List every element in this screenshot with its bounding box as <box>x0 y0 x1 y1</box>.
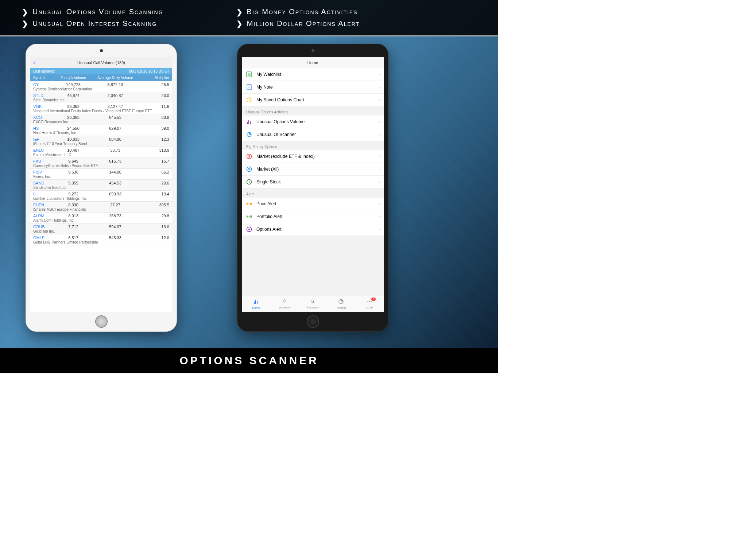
chevron-right-icon: ❯ <box>22 19 29 28</box>
table-row[interactable]: CY149,7235,872.1325.5Cypress Semiconduct… <box>30 81 172 92</box>
menu-item[interactable]: Portfolio Alert› <box>242 210 384 223</box>
section-header: Unusual Options Activities <box>242 106 384 116</box>
today-volume: 24,550 <box>55 126 92 131</box>
bottom-banner: OPTIONS SCANNER <box>0 348 498 373</box>
home-button[interactable] <box>95 315 108 328</box>
menu-groups: My Watchlist›My Note›My Saved Options Ch… <box>242 68 384 236</box>
avg-volume: 27.27 <box>92 203 139 207</box>
bulb-icon <box>282 299 287 305</box>
menu-item[interactable]: iSingle Stock› <box>242 176 384 188</box>
tab-portfolio[interactable]: Portfolio <box>327 296 355 312</box>
avg-volume: 884.00 <box>92 137 139 141</box>
menu-label: My Saved Options Chart <box>256 97 304 102</box>
menu-label: Portfolio Alert <box>256 214 282 219</box>
multiplier: 23.0 <box>139 93 169 98</box>
menu-item[interactable]: Options Alert› <box>242 223 384 236</box>
menu-label: Unusual Options Volume <box>256 119 305 124</box>
banner-feature: ❯Big Money Options Activities <box>236 8 360 16</box>
multiplier: 12.3 <box>139 137 169 141</box>
table-row[interactable]: GRUB7,712594.0713.0GrubHub Inc. <box>30 223 172 234</box>
status-row: Last updated: 06/17/2016 16:15 US ET <box>30 68 172 74</box>
table-row[interactable]: SAND9,359454.5320.6Sandstorm Gold Ltd. <box>30 180 172 191</box>
menu-item[interactable]: My Saved Options Chart› <box>242 94 384 106</box>
nav-bar: ‹ Unusual Call Volume (189) <box>30 57 172 68</box>
banner-text: Million Dollar Options Alert <box>247 19 360 28</box>
chevron-right-icon: › <box>379 132 380 137</box>
company-name: Golar LNG Partners Limited Partnership <box>33 240 169 244</box>
menu-item[interactable]: Unusual Options Volume› <box>242 116 384 128</box>
avg-volume: 268.73 <box>92 214 139 218</box>
clock-icon <box>246 97 252 103</box>
camera-icon <box>100 49 103 52</box>
table-row[interactable]: LL9,272690.9313.4Lumber Liquidators Hold… <box>30 191 172 202</box>
svg-rect-8 <box>247 122 248 124</box>
tab-more[interactable]: More3 <box>355 296 384 312</box>
back-button[interactable]: ‹ <box>33 59 35 66</box>
tab-label: Research <box>306 306 319 309</box>
today-volume: 10,833 <box>55 137 92 141</box>
svg-text:$: $ <box>248 167 250 171</box>
pie-icon <box>246 132 252 137</box>
table-row[interactable]: EUFN8,33027.27305.5iShares MSCI Europe F… <box>30 202 172 213</box>
multiplier: 12.0 <box>139 236 169 240</box>
nav-title: Unusual Call Volume (189) <box>77 61 125 65</box>
menu-label: Market (All) <box>256 167 279 172</box>
banner-text: Unusual Options Volume Scanning <box>32 8 163 16</box>
menu-label: My Watchlist <box>256 72 281 77</box>
signal-icon <box>246 201 252 207</box>
home-button[interactable] <box>307 315 319 328</box>
chevron-right-icon: › <box>379 119 380 124</box>
menu-item[interactable]: Price Alert› <box>242 198 384 210</box>
table-row[interactable]: ALRM8,013268.7329.8Alarm.Com Holdings, I… <box>30 213 172 223</box>
camera-icon <box>311 49 314 52</box>
company-name: Sandstorm Gold Ltd. <box>33 186 169 190</box>
multiplier: 25.5 <box>139 82 169 87</box>
table-row[interactable]: VGK36,3633,127.4711.6Vanguard Internatio… <box>30 103 172 114</box>
avg-volume: 3,127.47 <box>92 104 139 109</box>
today-volume: 6,517 <box>55 236 92 240</box>
table-row[interactable]: FXB9,649615.7315.7CurrencyShares British… <box>30 158 172 169</box>
banner-text: Big Money Options Activities <box>247 8 358 16</box>
chevron-right-icon: › <box>379 167 380 172</box>
svg-point-26 <box>311 300 314 302</box>
last-updated-value: 06/17/2016 16:15 US ET <box>129 69 169 73</box>
symbol: XCO <box>33 115 55 120</box>
symbol: FXB <box>33 159 55 163</box>
menu-item[interactable]: $Market (All)› <box>242 163 384 176</box>
menu-item[interactable]: My Watchlist› <box>242 68 384 81</box>
symbol: SAND <box>33 181 55 185</box>
table-row[interactable]: STLD46,8742,040.8723.0Steel Dynamics Inc… <box>30 92 172 103</box>
symbol: ENLC <box>33 148 55 152</box>
tab-home[interactable]: Home <box>242 296 270 312</box>
banner-right-column: ❯Big Money Options Activities ❯Million D… <box>236 8 360 28</box>
svg-rect-23 <box>257 301 258 304</box>
tablet-black: Home My Watchlist›My Note›My Saved Optio… <box>237 44 388 332</box>
table-row[interactable]: ENLC10,48733.73310.9EnLink Midstream, LL… <box>30 147 172 158</box>
symbol: STLD <box>33 93 55 98</box>
menu-item[interactable]: Unusual OI Scanner› <box>242 128 384 141</box>
table-body[interactable]: CY149,7235,872.1325.5Cypress Semiconduct… <box>30 81 172 245</box>
tab-strategy[interactable]: Strategy <box>270 296 299 312</box>
top-banner: ❯Unusual Options Volume Scanning ❯Unusua… <box>0 0 498 36</box>
menu-item[interactable]: My Note› <box>242 81 384 94</box>
tab-research[interactable]: Research <box>299 296 327 312</box>
chevron-right-icon: › <box>379 97 380 102</box>
svg-point-30 <box>369 301 370 302</box>
symbol: CY <box>33 82 55 87</box>
table-row[interactable]: GMLP6,517545.3312.0Golar LNG Partners Li… <box>30 234 172 245</box>
multiplier: 66.2 <box>139 170 169 174</box>
company-name: Steel Dynamics Inc. <box>33 98 169 102</box>
info-icon: i <box>246 179 252 185</box>
company-name: EnLink Midstream, LLC <box>33 153 169 157</box>
menu-label: Options Alert <box>256 227 282 232</box>
svg-text:$: $ <box>248 155 250 158</box>
today-volume: 7,712 <box>55 225 92 229</box>
dollar-icon: $ <box>246 166 252 172</box>
table-row[interactable]: IEF10,833884.0012.3iShares 7-10 Year Tre… <box>30 136 172 147</box>
svg-point-18 <box>249 203 250 205</box>
menu-item[interactable]: $Market (exclude ETF & Index)› <box>242 150 384 163</box>
table-row[interactable]: XCO26,083845.5330.8EXCO Resources Inc. <box>30 114 172 125</box>
company-name: Fiserv, Inc. <box>33 175 169 179</box>
table-row[interactable]: HST24,550629.0739.0Host Hotels & Resorts… <box>30 125 172 136</box>
table-row[interactable]: FISV9,536144.0066.2Fiserv, Inc. <box>30 169 172 180</box>
